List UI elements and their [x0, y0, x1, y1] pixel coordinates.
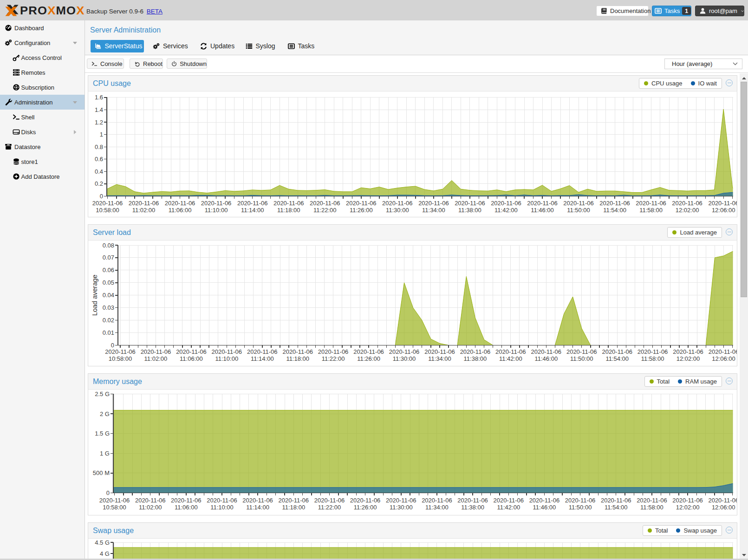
- svg-text:2020-11-06: 2020-11-06: [314, 497, 345, 504]
- svg-text:Load average: Load average: [91, 274, 98, 316]
- svg-text:11:10:00: 11:10:00: [205, 207, 228, 214]
- svg-text:2.5 G: 2.5 G: [95, 391, 110, 397]
- svg-text:12:02:00: 12:02:00: [676, 207, 699, 214]
- svg-text:2020-11-06: 2020-11-06: [386, 497, 416, 504]
- svg-text:0.2: 0.2: [95, 180, 103, 187]
- svg-text:2020-11-06: 2020-11-06: [457, 497, 488, 504]
- svg-text:2020-11-06: 2020-11-06: [636, 200, 666, 207]
- svg-text:4 G: 4 G: [100, 550, 110, 557]
- svg-text:2020-11-06: 2020-11-06: [99, 497, 130, 504]
- svg-text:11:06:00: 11:06:00: [180, 355, 203, 362]
- svg-text:11:58:00: 11:58:00: [640, 504, 663, 511]
- svg-text:11:26:00: 11:26:00: [350, 207, 373, 214]
- svg-text:12:06:00: 12:06:00: [712, 355, 735, 362]
- svg-text:11:42:00: 11:42:00: [494, 207, 518, 214]
- svg-text:11:18:00: 11:18:00: [282, 504, 305, 511]
- svg-text:1: 1: [100, 131, 103, 138]
- svg-text:11:26:00: 11:26:00: [357, 355, 380, 362]
- svg-text:11:22:00: 11:22:00: [318, 504, 341, 511]
- svg-text:11:10:00: 11:10:00: [210, 504, 234, 511]
- svg-text:0.02: 0.02: [103, 317, 114, 324]
- svg-text:11:54:00: 11:54:00: [605, 504, 628, 511]
- svg-text:11:58:00: 11:58:00: [641, 355, 664, 362]
- svg-text:2020-11-06: 2020-11-06: [673, 348, 703, 355]
- svg-text:12:02:00: 12:02:00: [676, 504, 700, 511]
- svg-text:11:02:00: 11:02:00: [144, 355, 168, 362]
- svg-text:4.5 G: 4.5 G: [95, 539, 110, 546]
- svg-text:1.5 G: 1.5 G: [95, 430, 110, 437]
- svg-text:2020-11-06: 2020-11-06: [460, 348, 491, 355]
- svg-text:2020-11-06: 2020-11-06: [212, 348, 242, 355]
- svg-text:2020-11-06: 2020-11-06: [424, 348, 455, 355]
- svg-text:11:58:00: 11:58:00: [639, 207, 663, 214]
- svg-text:0.01: 0.01: [103, 329, 114, 336]
- svg-text:11:38:00: 11:38:00: [461, 504, 484, 511]
- svg-text:11:50:00: 11:50:00: [570, 355, 593, 362]
- svg-text:11:22:00: 11:22:00: [313, 207, 337, 214]
- svg-text:2020-11-06: 2020-11-06: [563, 200, 594, 207]
- svg-text:11:18:00: 11:18:00: [277, 207, 300, 214]
- svg-text:2020-11-06: 2020-11-06: [708, 497, 737, 504]
- svg-text:2020-11-06: 2020-11-06: [565, 497, 596, 504]
- svg-text:12:06:00: 12:06:00: [712, 207, 735, 214]
- svg-text:2020-11-06: 2020-11-06: [602, 348, 632, 355]
- svg-text:11:14:00: 11:14:00: [241, 207, 264, 214]
- svg-text:2020-11-06: 2020-11-06: [599, 200, 630, 207]
- svg-text:11:06:00: 11:06:00: [169, 207, 192, 214]
- svg-text:11:34:00: 11:34:00: [422, 207, 445, 214]
- svg-text:11:02:00: 11:02:00: [139, 504, 162, 511]
- svg-text:0: 0: [100, 193, 103, 200]
- svg-text:11:54:00: 11:54:00: [603, 207, 626, 214]
- svg-text:2020-11-06: 2020-11-06: [350, 497, 381, 504]
- svg-text:2020-11-06: 2020-11-06: [672, 200, 702, 207]
- svg-text:2020-11-06: 2020-11-06: [382, 200, 413, 207]
- svg-text:11:30:00: 11:30:00: [386, 207, 409, 214]
- svg-text:12:06:00: 12:06:00: [712, 504, 735, 511]
- svg-text:11:02:00: 11:02:00: [132, 207, 156, 214]
- svg-text:2020-11-06: 2020-11-06: [165, 200, 195, 207]
- svg-text:2020-11-06: 2020-11-06: [135, 497, 166, 504]
- svg-text:500 M: 500 M: [93, 469, 110, 476]
- svg-text:11:22:00: 11:22:00: [322, 355, 345, 362]
- svg-text:2020-11-06: 2020-11-06: [201, 200, 232, 207]
- svg-text:2020-11-06: 2020-11-06: [237, 200, 268, 207]
- svg-text:11:18:00: 11:18:00: [286, 355, 309, 362]
- svg-text:0.03: 0.03: [103, 304, 114, 311]
- svg-text:10:58:00: 10:58:00: [109, 355, 132, 362]
- svg-text:2020-11-06: 2020-11-06: [389, 348, 420, 355]
- svg-text:2 G: 2 G: [100, 410, 110, 417]
- svg-text:10:58:00: 10:58:00: [96, 207, 119, 214]
- svg-text:11:26:00: 11:26:00: [354, 504, 377, 511]
- svg-text:11:42:00: 11:42:00: [499, 355, 522, 362]
- svg-text:1.2: 1.2: [95, 119, 103, 126]
- svg-text:0.8: 0.8: [95, 143, 103, 150]
- svg-text:2020-11-06: 2020-11-06: [527, 200, 558, 207]
- svg-text:1.4: 1.4: [95, 106, 103, 113]
- svg-text:12:02:00: 12:02:00: [676, 355, 700, 362]
- svg-text:10:58:00: 10:58:00: [103, 504, 126, 511]
- svg-text:11:50:00: 11:50:00: [569, 504, 592, 511]
- svg-text:2020-11-06: 2020-11-06: [637, 497, 667, 504]
- svg-text:0: 0: [111, 342, 114, 349]
- svg-text:11:34:00: 11:34:00: [428, 355, 451, 362]
- svg-text:2020-11-06: 2020-11-06: [129, 200, 159, 207]
- svg-text:11:46:00: 11:46:00: [534, 355, 558, 362]
- svg-text:2020-11-06: 2020-11-06: [242, 497, 273, 504]
- svg-text:11:14:00: 11:14:00: [251, 355, 274, 362]
- svg-text:2020-11-06: 2020-11-06: [709, 348, 737, 355]
- svg-text:2020-11-06: 2020-11-06: [141, 348, 171, 355]
- svg-text:2020-11-06: 2020-11-06: [282, 348, 313, 355]
- svg-text:11:54:00: 11:54:00: [605, 355, 629, 362]
- svg-text:2020-11-06: 2020-11-06: [105, 348, 136, 355]
- svg-text:2020-11-06: 2020-11-06: [491, 200, 521, 207]
- svg-text:11:38:00: 11:38:00: [458, 207, 481, 214]
- svg-text:11:46:00: 11:46:00: [533, 504, 556, 511]
- svg-text:11:42:00: 11:42:00: [497, 504, 520, 511]
- svg-text:2020-11-06: 2020-11-06: [353, 348, 384, 355]
- svg-text:2020-11-06: 2020-11-06: [566, 348, 597, 355]
- svg-text:0: 0: [106, 489, 110, 496]
- svg-text:2020-11-06: 2020-11-06: [672, 497, 703, 504]
- svg-text:2020-11-06: 2020-11-06: [171, 497, 202, 504]
- svg-text:2020-11-06: 2020-11-06: [279, 497, 309, 504]
- svg-text:11:30:00: 11:30:00: [393, 355, 416, 362]
